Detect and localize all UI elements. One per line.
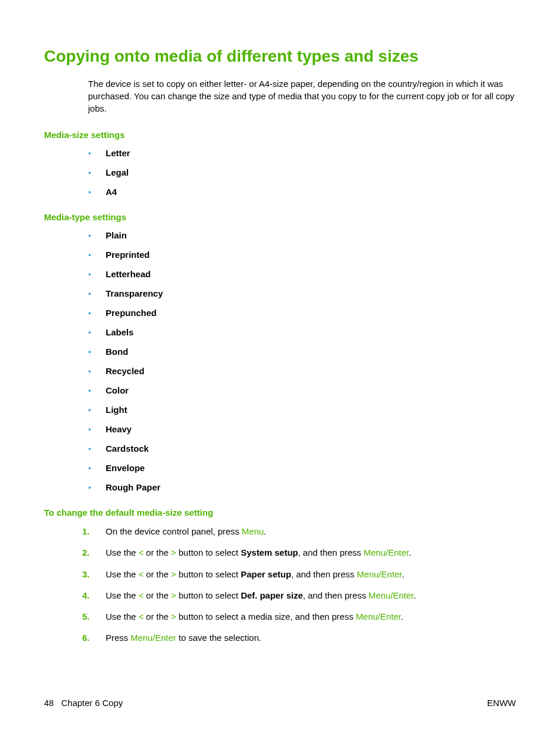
page-title: Copying onto media of different types an… xyxy=(44,47,516,66)
list-item: Recycled xyxy=(88,366,516,376)
step-number: 2. xyxy=(82,547,90,559)
step-text: . xyxy=(402,569,404,579)
list-item: Bond xyxy=(88,347,516,357)
intro-paragraph: The device is set to copy on either lett… xyxy=(88,78,516,115)
step-item: 1. On the device control panel, press Me… xyxy=(82,526,516,537)
list-item: A4 xyxy=(88,187,516,197)
list-item: Plain xyxy=(88,230,516,240)
page-footer: 48 Chapter 6 Copy ENWW xyxy=(44,698,516,708)
step-text: , and then press xyxy=(291,569,357,579)
step-text: . xyxy=(401,611,403,621)
list-item: Envelope xyxy=(88,463,516,473)
step-item: 4. Use the < or the > button to select D… xyxy=(82,590,516,601)
step-text: or the xyxy=(144,590,171,600)
menu-enter-label: Menu/Enter xyxy=(369,590,414,600)
step-text: Use the xyxy=(106,547,139,557)
lt-symbol: < xyxy=(139,547,144,557)
gt-symbol: > xyxy=(171,611,176,621)
step-text: Press xyxy=(106,633,131,643)
menu-enter-label: Menu/Enter xyxy=(131,633,177,643)
step-item: 5. Use the < or the > button to select a… xyxy=(82,611,516,623)
step-text: or the xyxy=(144,569,171,579)
step-text: or the xyxy=(144,547,171,557)
step-text: Use the xyxy=(106,611,139,621)
step-text: . xyxy=(409,547,411,557)
gt-symbol: > xyxy=(171,547,176,557)
step-text: , and then press xyxy=(298,547,364,557)
step-text: to save the selection. xyxy=(176,633,261,643)
list-item: Letterhead xyxy=(88,269,516,279)
step-text: Use the xyxy=(106,590,139,600)
step-item: 6. Press Menu/Enter to save the selectio… xyxy=(82,632,516,644)
step-text: Use the xyxy=(106,569,139,579)
bold-label: Paper setup xyxy=(241,569,291,579)
step-text: . xyxy=(414,590,416,600)
list-item: Heavy xyxy=(88,424,516,434)
step-text: On the device control panel, press xyxy=(106,526,242,536)
page-number: 48 xyxy=(44,698,54,708)
list-item: Cardstock xyxy=(88,443,516,453)
list-item: Prepunched xyxy=(88,308,516,318)
media-type-list: Plain Preprinted Letterhead Transparency… xyxy=(88,230,516,492)
section-heading-media-type: Media-type settings xyxy=(44,212,516,222)
step-text: or the xyxy=(144,611,171,621)
step-text: button to select a media size, and then … xyxy=(176,611,356,621)
step-item: 2. Use the < or the > button to select S… xyxy=(82,547,516,559)
step-number: 5. xyxy=(82,611,90,623)
bold-label: Def. paper size xyxy=(241,590,303,600)
section-heading-media-size: Media-size settings xyxy=(44,130,516,140)
step-text: button to select xyxy=(176,547,241,557)
list-item: Color xyxy=(88,385,516,395)
lt-symbol: < xyxy=(139,590,144,600)
step-text: , and then press xyxy=(303,590,369,600)
footer-right: ENWW xyxy=(487,698,516,708)
list-item: Legal xyxy=(88,167,516,177)
lt-symbol: < xyxy=(139,611,144,621)
media-size-list: Letter Legal A4 xyxy=(88,148,516,197)
step-number: 4. xyxy=(82,590,90,601)
menu-enter-label: Menu/Enter xyxy=(356,611,401,621)
list-item: Rough Paper xyxy=(88,482,516,492)
lt-symbol: < xyxy=(139,569,144,579)
step-text: button to select xyxy=(176,590,241,600)
steps-list: 1. On the device control panel, press Me… xyxy=(82,526,516,644)
step-text: button to select xyxy=(176,569,241,579)
step-number: 6. xyxy=(82,632,90,644)
bold-label: System setup xyxy=(241,547,298,557)
step-text: . xyxy=(264,526,266,536)
section-heading-change-default: To change the default media-size setting xyxy=(44,508,516,518)
footer-left: 48 Chapter 6 Copy xyxy=(44,698,123,708)
chapter-label: Chapter 6 Copy xyxy=(61,698,123,708)
menu-enter-label: Menu/Enter xyxy=(357,569,402,579)
list-item: Labels xyxy=(88,327,516,337)
step-item: 3. Use the < or the > button to select P… xyxy=(82,569,516,580)
list-item: Preprinted xyxy=(88,250,516,260)
list-item: Light xyxy=(88,405,516,415)
step-number: 1. xyxy=(82,526,90,537)
list-item: Transparency xyxy=(88,288,516,298)
gt-symbol: > xyxy=(171,590,176,600)
menu-enter-label: Menu/Enter xyxy=(363,547,409,557)
menu-label: Menu xyxy=(242,526,264,536)
step-number: 3. xyxy=(82,569,90,580)
gt-symbol: > xyxy=(171,569,176,579)
list-item: Letter xyxy=(88,148,516,158)
